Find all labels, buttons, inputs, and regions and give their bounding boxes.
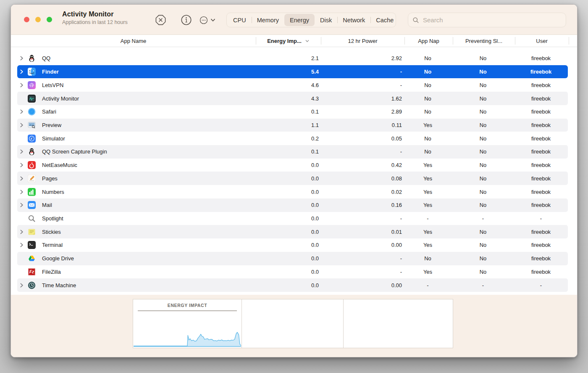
table-row[interactable]: Fz FileZilla 0.0 - Yes No fireebok <box>17 265 568 279</box>
table-row[interactable]: Preview 1.1 0.11 Yes No fireebok <box>17 119 568 132</box>
app-name: Numbers <box>37 189 194 195</box>
disclosure-chevron-icon[interactable] <box>17 189 26 195</box>
minimize-window-button[interactable] <box>35 17 41 22</box>
user-value: fireebok <box>514 148 568 155</box>
finder-app-icon <box>26 68 37 76</box>
app-name: Safari <box>37 108 194 115</box>
column-header-app-name[interactable]: App Name <box>11 35 256 47</box>
disclosure-chevron-icon[interactable] <box>17 202 26 208</box>
inspect-process-button[interactable] <box>181 14 192 26</box>
user-value: fireebok <box>514 242 568 248</box>
tab-energy[interactable]: Energy <box>284 14 315 26</box>
table-row[interactable]: Safari 0.1 2.89 No No fireebok <box>17 105 568 119</box>
table-row[interactable]: Mail 0.0 0.16 Yes No fireebok <box>17 198 568 212</box>
disclosure-chevron-icon[interactable] <box>17 229 26 235</box>
12hr-power-value: 0.16 <box>320 202 404 208</box>
tab-network[interactable]: Network <box>337 14 370 26</box>
table-row[interactable]: Terminal 0.0 0.00 Yes No fireebok <box>17 238 568 252</box>
app-nap-value: Yes <box>404 242 452 248</box>
column-header-user[interactable]: User <box>515 35 569 47</box>
filezilla-app-icon: Fz <box>26 268 37 276</box>
process-table: QQ 2.1 2.92 No No fireebok Finder 5.4 - … <box>11 47 577 295</box>
simulator-app-icon <box>26 135 37 143</box>
energy-impact-value: 0.0 <box>194 229 320 235</box>
app-name: Activity Monitor <box>37 95 194 102</box>
app-nap-value: No <box>404 148 452 155</box>
tab-disk[interactable]: Disk <box>315 14 337 26</box>
disclosure-chevron-icon[interactable] <box>17 56 26 61</box>
sort-chevron-icon[interactable] <box>305 40 310 42</box>
column-header-app-nap[interactable]: App Nap <box>404 35 453 47</box>
activitymonitor-app-icon <box>26 95 37 103</box>
table-row[interactable]: Spotlight 0.0 - - - - <box>17 212 568 225</box>
search-input[interactable] <box>422 16 562 24</box>
energy-impact-value: 4.6 <box>194 82 320 88</box>
search-field[interactable] <box>408 13 566 27</box>
spotlight-app-icon <box>26 214 37 222</box>
table-row[interactable]: Stickies 0.0 0.01 Yes No fireebok <box>17 225 568 238</box>
netease-app-icon <box>26 161 37 169</box>
search-icon <box>412 17 419 24</box>
user-value: fireebok <box>514 69 568 75</box>
tab-memory[interactable]: Memory <box>252 14 284 26</box>
app-name: FileZilla <box>37 269 194 275</box>
energy-impact-value: 0.0 <box>194 215 320 222</box>
table-row[interactable]: Numbers 0.0 0.02 Yes No fireebok <box>17 185 568 198</box>
table-row[interactable]: NetEaseMusic 0.0 0.42 Yes No fireebok <box>17 159 568 172</box>
energy-impact-value: 0.0 <box>194 162 320 168</box>
column-header-preventing-sleep[interactable]: Preventing Sl... <box>453 35 515 47</box>
zoom-window-button[interactable] <box>47 17 52 22</box>
table-row[interactable]: LetsVPN 4.6 - No No fireebok <box>17 78 568 92</box>
12hr-power-value: 0.01 <box>320 229 404 235</box>
preventing-sleep-value: No <box>452 148 514 155</box>
app-nap-value: - <box>404 282 452 288</box>
qq-app-icon <box>26 148 37 156</box>
energy-impact-value: 0.1 <box>194 108 320 115</box>
12hr-power-value: - <box>320 269 404 275</box>
app-name: Google Drive <box>37 255 194 262</box>
table-row[interactable]: Activity Monitor 4.3 1.62 No No fireebok <box>17 92 568 105</box>
column-header-12hr-power[interactable]: 12 hr Power <box>321 35 404 47</box>
disclosure-chevron-icon[interactable] <box>17 69 26 74</box>
user-value: fireebok <box>514 162 568 168</box>
12hr-power-value: 2.92 <box>320 55 404 61</box>
user-value: fireebok <box>514 55 568 61</box>
footer-panel: ENERGY IMPACT <box>11 295 577 357</box>
table-row[interactable]: QQ 2.1 2.92 No No fireebok <box>17 52 568 65</box>
column-header-energy-impact[interactable]: Energy Imp... <box>256 35 321 47</box>
tab-cache[interactable]: Cache <box>370 14 399 26</box>
more-options-button[interactable] <box>199 14 218 26</box>
preventing-sleep-value: No <box>452 269 514 275</box>
table-row[interactable]: Google Drive 0.0 - No No fireebok <box>17 252 568 265</box>
close-window-button[interactable] <box>24 17 29 22</box>
window-title: Activity Monitor <box>62 11 128 18</box>
preventing-sleep-value: No <box>452 95 514 102</box>
app-name: Pages <box>37 175 194 182</box>
disclosure-chevron-icon[interactable] <box>17 122 26 128</box>
app-name: Simulator <box>37 135 194 142</box>
column-header-filler <box>569 35 577 47</box>
table-row[interactable]: Time Machine 0.0 0.00 - - - <box>17 278 568 292</box>
disclosure-chevron-icon[interactable] <box>17 149 26 154</box>
titlebar: Activity Monitor Applications in last 12… <box>11 5 577 35</box>
preventing-sleep-value: No <box>452 82 514 88</box>
stop-process-button[interactable] <box>155 14 166 26</box>
disclosure-chevron-icon[interactable] <box>17 283 26 288</box>
column-label: App Name <box>121 38 146 44</box>
disclosure-chevron-icon[interactable] <box>17 162 26 168</box>
table-row[interactable]: Finder 5.4 - No No fireebok <box>17 65 568 79</box>
user-value: fireebok <box>514 255 568 262</box>
tab-cpu[interactable]: CPU <box>228 14 252 26</box>
disclosure-chevron-icon[interactable] <box>17 242 26 248</box>
preventing-sleep-value: No <box>452 162 514 168</box>
table-row[interactable]: Pages 0.0 0.08 Yes No fireebok <box>17 172 568 185</box>
gdrive-app-icon <box>26 254 37 262</box>
table-row[interactable]: Simulator 0.2 0.05 No No fireebok <box>17 132 568 145</box>
app-nap-value: - <box>404 215 452 222</box>
qq-app-icon <box>26 54 37 62</box>
timemachine-app-icon <box>26 281 37 289</box>
table-row[interactable]: QQ Screen Capture Plugin 0.1 - No No fir… <box>17 145 568 159</box>
disclosure-chevron-icon[interactable] <box>17 109 26 114</box>
disclosure-chevron-icon[interactable] <box>17 176 26 181</box>
disclosure-chevron-icon[interactable] <box>17 82 26 88</box>
